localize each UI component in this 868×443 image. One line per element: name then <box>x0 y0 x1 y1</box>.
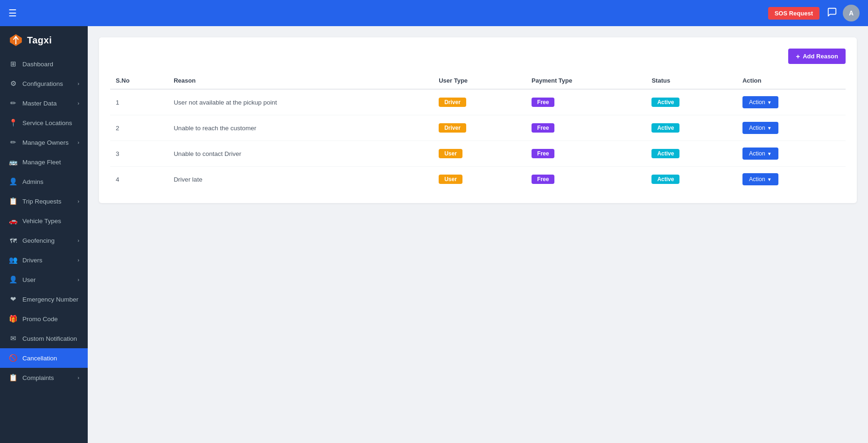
chat-icon <box>827 7 837 17</box>
sidebar-label-master-data: Master Data <box>22 100 77 107</box>
cell-action-1: Action ▼ <box>737 115 846 141</box>
sidebar-item-master-data[interactable]: ✏ Master Data › <box>0 93 88 113</box>
custom-notification-icon: ✉ <box>8 334 18 343</box>
sidebar-item-trip-requests[interactable]: 📋 Trip Requests › <box>0 191 88 211</box>
trip-requests-icon: 📋 <box>8 197 18 206</box>
dropdown-arrow-2: ▼ <box>767 151 772 156</box>
chat-icon-button[interactable] <box>827 7 837 20</box>
action-button-3[interactable]: Action ▼ <box>742 173 778 185</box>
badge-user-type-1: Driver <box>439 123 466 133</box>
dashboard-icon: ⊞ <box>8 59 18 69</box>
sidebar-item-vehicle-types[interactable]: 🚗 Vehicle Types <box>0 211 88 231</box>
arrow-manage-owners: › <box>77 140 79 145</box>
sidebar-label-vehicle-types: Vehicle Types <box>22 218 79 225</box>
cell-action-0: Action ▼ <box>737 89 846 115</box>
menu-toggle-button[interactable]: ☰ <box>8 7 17 19</box>
sidebar-label-drivers: Drivers <box>22 257 77 264</box>
sidebar-item-admins[interactable]: 👤 Admins <box>0 172 88 191</box>
cell-sno-2: 3 <box>110 141 168 167</box>
user-avatar[interactable]: A <box>843 5 860 21</box>
sidebar-item-dashboard[interactable]: ⊞ Dashboard <box>0 54 88 74</box>
dropdown-arrow-0: ▼ <box>767 100 772 105</box>
emergency-number-icon: ❤ <box>8 295 18 304</box>
sidebar-item-custom-notification[interactable]: ✉ Custom Notification <box>0 329 88 348</box>
action-button-1[interactable]: Action ▼ <box>742 122 778 134</box>
manage-owners-icon: ✏ <box>8 138 18 147</box>
sidebar-item-complaints[interactable]: 📋 Complaints › <box>0 368 88 387</box>
col-sno: S.No <box>110 72 168 89</box>
cell-action-3: Action ▼ <box>737 167 846 192</box>
sidebar-logo: Tagxi <box>0 26 88 54</box>
configurations-icon: ⚙ <box>8 79 18 88</box>
sidebar-label-cancellation: Cancellation <box>22 355 79 362</box>
col-action: Action <box>737 72 846 89</box>
sidebar-label-complaints: Complaints <box>22 374 77 381</box>
sidebar-label-user: User <box>22 276 77 283</box>
sidebar-label-manage-owners: Manage Owners <box>22 139 77 146</box>
sidebar-item-drivers[interactable]: 👥 Drivers › <box>0 250 88 270</box>
sidebar-item-manage-owners[interactable]: ✏ Manage Owners › <box>0 133 88 152</box>
tagxi-logo-icon <box>8 33 23 48</box>
sidebar-item-emergency-number[interactable]: ❤ Emergency Number <box>0 289 88 309</box>
action-label-2: Action <box>749 150 765 157</box>
add-reason-label: Add Reason <box>803 53 838 60</box>
action-button-0[interactable]: Action ▼ <box>742 96 778 108</box>
col-user-type: User Type <box>433 72 526 89</box>
cell-reason-3: Driver late <box>168 167 433 192</box>
master-data-icon: ✏ <box>8 98 18 108</box>
sidebar-label-dashboard: Dashboard <box>22 61 79 68</box>
sidebar-item-cancellation[interactable]: 🚫 Cancellation <box>0 348 88 368</box>
sidebar-item-manage-fleet[interactable]: 🚌 Manage Fleet <box>0 152 88 172</box>
cell-sno-1: 2 <box>110 115 168 141</box>
badge-payment-2: Free <box>532 149 554 158</box>
complaints-icon: 📋 <box>8 373 18 382</box>
cell-sno-0: 1 <box>110 89 168 115</box>
cell-status-2: Active <box>646 141 737 167</box>
sidebar-label-configurations: Configurations <box>22 80 77 87</box>
col-status: Status <box>646 72 737 89</box>
sidebar-item-promo-code[interactable]: 🎁 Promo Code <box>0 309 88 329</box>
cell-user-type-2: User <box>433 141 526 167</box>
sidebar: Tagxi ⊞ Dashboard ⚙ Configurations › ✏ M… <box>0 26 88 443</box>
cell-user-type-1: Driver <box>433 115 526 141</box>
cell-reason-0: User not available at the pickup point <box>168 89 433 115</box>
badge-user-type-3: User <box>439 175 462 184</box>
table-header: S.No Reason User Type Payment Type Statu… <box>110 72 846 89</box>
col-reason: Reason <box>168 72 433 89</box>
content-card: + Add Reason S.No Reason User Type Payme… <box>99 37 857 203</box>
dropdown-arrow-3: ▼ <box>767 177 772 182</box>
badge-user-type-0: Driver <box>439 98 466 107</box>
service-locations-icon: 📍 <box>8 118 18 127</box>
sidebar-label-promo-code: Promo Code <box>22 316 79 323</box>
plus-icon: + <box>796 52 800 60</box>
table-row: 4 Driver late User Free Active Action ▼ <box>110 167 846 192</box>
badge-payment-3: Free <box>532 175 554 184</box>
cell-user-type-0: Driver <box>433 89 526 115</box>
sidebar-item-user[interactable]: 👤 User › <box>0 270 88 289</box>
sidebar-label-trip-requests: Trip Requests <box>22 198 77 205</box>
badge-status-1: Active <box>651 123 679 133</box>
admins-icon: 👤 <box>8 177 18 186</box>
table-row: 1 User not available at the pickup point… <box>110 89 846 115</box>
badge-payment-0: Free <box>532 98 554 107</box>
sidebar-label-service-locations: Service Locations <box>22 120 79 127</box>
cell-sno-3: 4 <box>110 167 168 192</box>
cell-status-3: Active <box>646 167 737 192</box>
sos-request-button[interactable]: SOS Request <box>768 7 819 20</box>
cell-status-1: Active <box>646 115 737 141</box>
geofencing-icon: 🗺 <box>8 236 18 245</box>
action-button-2[interactable]: Action ▼ <box>742 148 778 160</box>
cell-payment-type-3: Free <box>526 167 646 192</box>
table-row: 2 Unable to reach the customer Driver Fr… <box>110 115 846 141</box>
cell-status-0: Active <box>646 89 737 115</box>
add-reason-button[interactable]: + Add Reason <box>788 49 846 64</box>
badge-status-2: Active <box>651 149 679 158</box>
dropdown-arrow-1: ▼ <box>767 126 772 131</box>
sidebar-item-configurations[interactable]: ⚙ Configurations › <box>0 74 88 93</box>
sidebar-item-service-locations[interactable]: 📍 Service Locations <box>0 113 88 133</box>
badge-payment-1: Free <box>532 123 554 133</box>
sidebar-label-emergency-number: Emergency Number <box>22 296 79 303</box>
cell-user-type-3: User <box>433 167 526 192</box>
topbar: ☰ SOS Request A <box>0 0 868 26</box>
sidebar-item-geofencing[interactable]: 🗺 Geofencing › <box>0 231 88 250</box>
